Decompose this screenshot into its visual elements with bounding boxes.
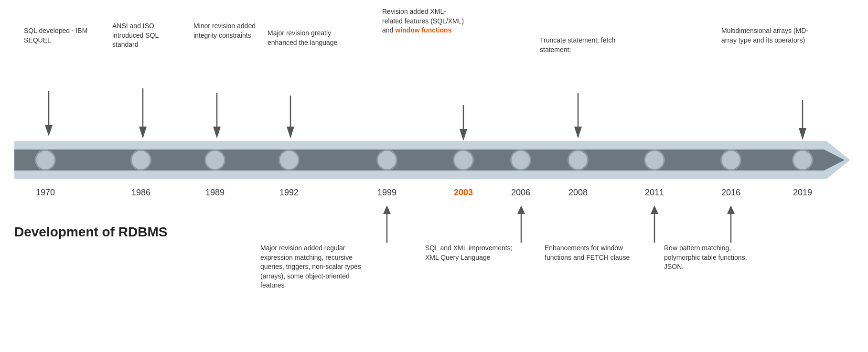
year-2019: 2019 — [793, 188, 812, 198]
svg-marker-21 — [651, 205, 658, 214]
year-1986: 1986 — [131, 188, 150, 198]
arrow-down-2019 — [797, 100, 808, 142]
dot-1970 — [35, 149, 56, 171]
dot-1992 — [279, 149, 300, 171]
dot-2003 — [453, 149, 474, 171]
annotation-1992: Major revision greatly enhanced the lang… — [268, 29, 344, 47]
dot-2006 — [510, 149, 531, 171]
annotation-2008: Truncate statement; fetch statement; — [540, 36, 621, 54]
svg-marker-9 — [287, 127, 294, 139]
annotation-1970: SQL developed - IBM SEQUEL — [24, 26, 91, 45]
year-2006: 2006 — [511, 188, 530, 198]
annotation-1986: ANSI and ISO introduced SQL standard — [112, 21, 177, 50]
arrow-up-2016 — [725, 205, 737, 244]
svg-marker-11 — [460, 129, 467, 141]
timeline-container: Development of RDBMS SQL developed - IBM… — [0, 0, 868, 352]
svg-marker-13 — [574, 127, 582, 139]
svg-marker-19 — [517, 205, 525, 214]
svg-marker-23 — [727, 205, 735, 214]
year-1999: 1999 — [377, 188, 396, 198]
dot-1999 — [376, 149, 397, 171]
arrow-up-2006 — [515, 205, 527, 244]
annotation-1989: Minor revision added integrity constrain… — [193, 21, 258, 40]
annotation-2019: Multidimensional arrays (MD-array type a… — [721, 26, 817, 45]
arrow-down-2003 — [458, 105, 469, 143]
annotation-bottom-1999: Major revision added regular expression … — [260, 244, 375, 290]
dot-2019 — [792, 149, 813, 171]
arrow-down-1992 — [285, 96, 296, 141]
svg-marker-3 — [45, 125, 53, 136]
window-functions-text: window functions — [395, 26, 451, 34]
year-2008: 2008 — [568, 188, 588, 198]
year-2003: 2003 — [454, 188, 473, 198]
dot-2008 — [568, 149, 589, 171]
annotation-bottom-2016: Row pattern matching, polymorphic table … — [664, 244, 764, 272]
arrow-up-2011 — [649, 205, 660, 244]
page-title: Development of RDBMS — [14, 224, 167, 240]
annotation-2003: Revision added XML-related features (SQL… — [382, 7, 466, 35]
annotation-bottom-2011: Enhancements for window functions and FE… — [545, 244, 645, 262]
dot-2011 — [644, 149, 665, 171]
dot-1989 — [204, 149, 225, 171]
dot-1986 — [130, 149, 151, 171]
svg-marker-5 — [139, 127, 147, 139]
arrow-down-1989 — [211, 93, 223, 141]
year-2011: 2011 — [645, 188, 664, 198]
annotation-bottom-2006: SQL and XML improvements; XML Query Lang… — [425, 244, 518, 262]
arrow-down-1986 — [137, 88, 149, 141]
svg-marker-17 — [383, 205, 391, 214]
arrow-down-2008 — [572, 93, 584, 141]
year-1992: 1992 — [279, 188, 299, 198]
year-1989: 1989 — [205, 188, 225, 198]
arrow-down-1970 — [43, 91, 54, 139]
year-1970: 1970 — [36, 188, 55, 198]
svg-marker-15 — [799, 128, 806, 140]
dot-2016 — [720, 149, 741, 171]
year-2016: 2016 — [721, 188, 740, 198]
arrow-up-1999 — [381, 205, 393, 244]
svg-marker-7 — [213, 127, 221, 139]
